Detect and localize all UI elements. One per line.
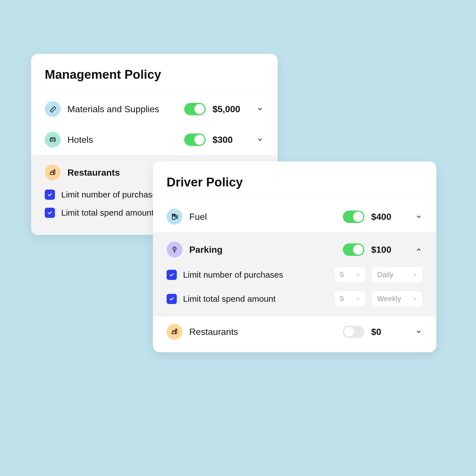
- driver-policy-card: Driver Policy Fuel $400 P: [153, 162, 436, 352]
- chevron-up-icon[interactable]: [415, 246, 423, 253]
- chevron-down-icon: [356, 273, 360, 277]
- amount-fuel: $400: [371, 212, 408, 222]
- select-value: 5: [340, 270, 344, 279]
- limit-spend-label: Limit total spend amount: [183, 294, 328, 304]
- select-value: Daily: [377, 270, 394, 279]
- select-value: Weekly: [377, 294, 401, 303]
- category-label: Materials and Supplies: [67, 104, 177, 114]
- amount-restaurants: $0: [371, 327, 408, 337]
- category-label: Fuel: [189, 212, 336, 222]
- svg-rect-5: [50, 139, 56, 141]
- svg-line-2: [52, 109, 53, 109]
- chevron-down-icon: [356, 297, 360, 301]
- food-icon: [167, 324, 182, 340]
- select-purchases-count[interactable]: 5: [334, 267, 366, 283]
- limit-purchases-row: Limit number of purchases 5 Daily: [153, 263, 436, 287]
- svg-rect-0: [50, 107, 56, 112]
- food-icon: [45, 165, 61, 180]
- select-spend-period[interactable]: Weekly: [372, 291, 423, 307]
- toggle-parking[interactable]: [343, 243, 364, 256]
- checkbox-limit-purchases[interactable]: [45, 190, 55, 200]
- expanded-parking: P Parking $100 Limit number of purchases…: [153, 232, 436, 316]
- svg-rect-8: [54, 171, 55, 174]
- amount-parking: $100: [371, 245, 408, 255]
- chevron-down-icon[interactable]: [256, 106, 264, 112]
- select-spend-count[interactable]: 5: [334, 291, 366, 307]
- svg-line-1: [51, 109, 52, 110]
- management-policy-title: Management Policy: [31, 54, 278, 91]
- parking-meter-icon: P: [167, 242, 182, 258]
- toggle-fuel[interactable]: [343, 211, 364, 223]
- toggle-materials[interactable]: [184, 103, 206, 115]
- bed-icon: [45, 132, 61, 148]
- checkbox-limit-spend[interactable]: [167, 294, 177, 304]
- amount-hotels: $300: [212, 135, 249, 145]
- category-label: Hotels: [67, 135, 177, 145]
- svg-rect-15: [176, 330, 177, 333]
- category-row-fuel: Fuel $400: [153, 199, 436, 232]
- category-label: Parking: [189, 245, 336, 255]
- chevron-down-icon[interactable]: [415, 329, 423, 335]
- svg-rect-10: [173, 215, 175, 216]
- chevron-down-icon[interactable]: [256, 137, 264, 143]
- category-row-materials: Materials and Supplies $5,000: [31, 91, 278, 124]
- checkbox-limit-spend[interactable]: [45, 208, 55, 218]
- category-label: Restaurants: [189, 327, 336, 337]
- svg-text:P: P: [174, 248, 175, 250]
- ruler-icon: [45, 101, 61, 117]
- checkbox-limit-purchases[interactable]: [167, 270, 177, 280]
- select-value: 5: [340, 294, 344, 303]
- limit-purchases-label: Limit number of purchases: [183, 270, 328, 280]
- category-row-parking: P Parking $100: [153, 232, 436, 263]
- amount-materials: $5,000: [212, 104, 249, 114]
- driver-policy-title: Driver Policy: [153, 162, 436, 198]
- toggle-hotels[interactable]: [184, 133, 206, 146]
- category-row-restaurants: Restaurants $0: [153, 316, 436, 352]
- chevron-down-icon: [413, 297, 417, 301]
- select-purchases-period[interactable]: Daily: [372, 267, 423, 283]
- toggle-restaurants[interactable]: [343, 326, 364, 338]
- chevron-down-icon[interactable]: [415, 214, 423, 220]
- fuel-pump-icon: [167, 209, 182, 225]
- category-row-hotels: Hotels $300: [31, 124, 278, 155]
- limit-spend-row: Limit total spend amount 5 Weekly: [153, 287, 436, 316]
- svg-line-3: [53, 108, 53, 108]
- chevron-down-icon: [413, 273, 417, 277]
